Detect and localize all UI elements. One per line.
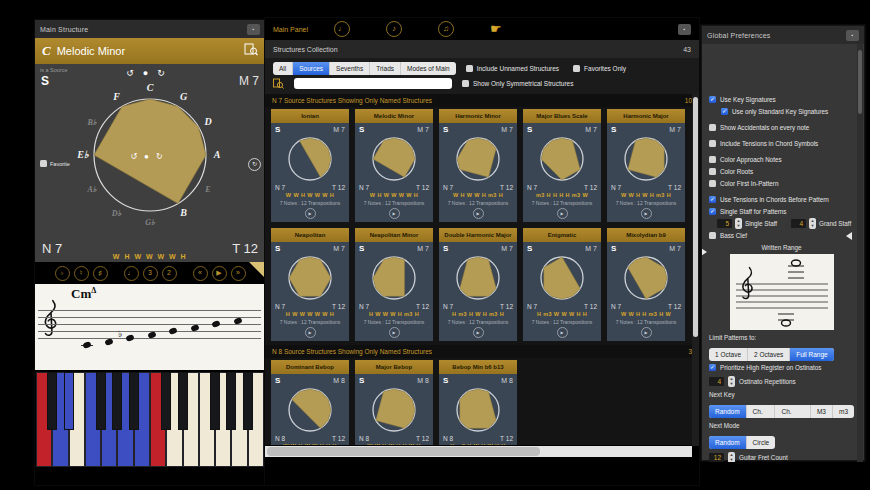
main-panel-collapse-button[interactable]: ▪	[678, 24, 691, 35]
pref-checkbox-11-box[interactable]: ✓	[709, 196, 716, 203]
filter-checkbox-1-box[interactable]	[573, 65, 580, 72]
limit-patterns-option-2-octaves[interactable]: 2 Octaves	[748, 348, 790, 361]
play-icon[interactable]: ▶	[212, 266, 227, 281]
piano-key-black-1[interactable]	[64, 372, 74, 430]
filter-checkbox-0-box[interactable]	[466, 65, 473, 72]
range-pointer-icon[interactable]	[702, 248, 707, 256]
next-mode-option-circle[interactable]: Circle	[747, 436, 776, 449]
left-window-collapse-button[interactable]: ▪	[247, 24, 260, 35]
filter-segment-triads[interactable]: Triads	[370, 62, 401, 75]
natural-icon[interactable]: ♮	[74, 266, 89, 281]
note-label-F[interactable]: F	[112, 91, 120, 102]
pref-checkbox-0-box[interactable]: ✓	[709, 96, 716, 103]
pref-checkbox-0[interactable]: ✓Use Key Signatures	[709, 94, 854, 105]
piano-key-black-5[interactable]	[161, 372, 171, 430]
card-play-button[interactable]: ▶	[305, 208, 316, 219]
pref-checkbox-1[interactable]: ✓Use only Standard Key Signatures	[721, 106, 854, 117]
symmetrical-checkbox[interactable]: Show Only Symmetrical Structures	[462, 80, 573, 87]
structure-card[interactable]: IonianSM 7N 7T 12W W H W W W H7 Notes : …	[271, 109, 349, 222]
note-circle-icon-3[interactable]: ♫	[438, 21, 454, 37]
next-icon[interactable]: »	[231, 266, 246, 281]
piano-keyboard[interactable]	[36, 372, 264, 467]
duplet-icon[interactable]: 2	[162, 266, 177, 281]
piano-key-black-9[interactable]	[243, 372, 253, 430]
note-circle-icon-1[interactable]: ♩	[334, 21, 350, 37]
structure-title-bar[interactable]: C Melodic Minor	[35, 38, 265, 64]
root-dot-icon[interactable]: ●	[143, 68, 157, 78]
collapse-arrow-icon[interactable]	[846, 232, 852, 240]
root-dot-icon[interactable]: ●	[144, 152, 156, 161]
pref-stepper-20-stepper[interactable]: ▲▼	[728, 376, 735, 387]
note-label-B♭[interactable]: B♭	[86, 118, 96, 127]
flat-icon[interactable]: ♭	[55, 266, 70, 281]
structure-card[interactable]: Harmonic MajorSM 7N 7T 12W W H W H m3 H7…	[607, 109, 685, 222]
rotate-ccw-icon[interactable]: ↺	[130, 152, 144, 161]
next-mode-option-random[interactable]: Random	[709, 436, 747, 449]
pref-checkbox-8-box[interactable]	[709, 168, 716, 175]
note-value-icon[interactable]: ♩	[124, 266, 139, 281]
symmetrical-checkbox-box[interactable]	[462, 80, 469, 87]
horizontal-scrollbar[interactable]	[265, 446, 692, 457]
pref-checkbox-3[interactable]: Show Accidentals on every note	[709, 122, 854, 133]
next-key-option-ch-down[interactable]: Ch. Down	[775, 405, 810, 418]
rotate-controls[interactable]: ↺●↻	[35, 68, 265, 78]
limit-patterns-option-1-octave[interactable]: 1 Octave	[709, 348, 748, 361]
pref-stepper-25-stepper[interactable]: ▲▼	[728, 452, 735, 462]
pref-checkbox-14[interactable]: Bass Clef	[709, 230, 854, 241]
pref-checkbox-11[interactable]: ✓Use Tensions in Chords Before Pattern	[709, 194, 854, 205]
structure-card[interactable]: NeapolitanSM 7N 7T 12H W W W W W H7 Note…	[271, 228, 349, 341]
grand-staff-stepper[interactable]: ▲▼	[809, 218, 816, 229]
preferences-collapse-button[interactable]: ▪	[846, 30, 859, 41]
piano-key-black-4[interactable]	[129, 372, 139, 430]
next-key-option-random[interactable]: Random	[709, 405, 747, 418]
pref-checkbox-12-box[interactable]: ✓	[709, 208, 716, 215]
card-play-button[interactable]: ▶	[473, 208, 484, 219]
pref-checkbox-12[interactable]: ✓Single Staff for Patterns	[709, 206, 854, 217]
triplet-icon[interactable]: 3	[143, 266, 158, 281]
filter-checkbox-0[interactable]: Include Unnamed Structures	[466, 65, 559, 72]
filter-segment-modes-of-main[interactable]: Modes of Main	[401, 62, 456, 75]
piano-key-black-3[interactable]	[112, 372, 122, 430]
note-label-A♭[interactable]: A♭	[86, 185, 96, 194]
search-structure-icon[interactable]	[244, 42, 258, 60]
pref-checkbox-9-box[interactable]	[709, 180, 716, 187]
piano-key-black-0[interactable]	[47, 372, 57, 430]
structure-card[interactable]: Major Blues ScaleSM 7N 7T 12m3 H H H H m…	[523, 109, 601, 222]
note-circle-icon-2[interactable]: ♪	[386, 21, 402, 37]
note-label-E[interactable]: E	[204, 185, 210, 194]
limit-patterns-option-full-range[interactable]: Full Range	[790, 348, 833, 361]
structure-card[interactable]: Mixolydian b9SM 7N 7T 12W W H H m3 H W7 …	[607, 228, 685, 341]
structure-card[interactable]: Bebop Min b6 b13SM 8N 8T 12H m3 H W H W …	[439, 360, 517, 445]
structure-card[interactable]: Neapolitan MinorSM 7N 7T 12H W W W H m3 …	[355, 228, 433, 341]
card-play-button[interactable]: ▶	[641, 327, 652, 338]
pref-checkbox-5-box[interactable]	[709, 140, 716, 147]
card-play-button[interactable]: ▶	[557, 208, 568, 219]
next-key-option-ch-up[interactable]: Ch. Up	[747, 405, 776, 418]
note-label-D[interactable]: D	[203, 116, 211, 127]
note-label-G[interactable]: G	[180, 91, 188, 102]
card-play-button[interactable]: ▶	[641, 208, 652, 219]
rotate-cw-icon[interactable]: ↻	[156, 152, 170, 161]
piano-key-black-2[interactable]	[96, 372, 106, 430]
structure-card[interactable]: EnigmaticSM 7N 7T 12H m3 W W W H H7 Note…	[523, 228, 601, 341]
card-play-button[interactable]: ▶	[389, 208, 400, 219]
hand-icon[interactable]: ☛	[490, 22, 502, 36]
preferences-scrollbar[interactable]	[857, 44, 863, 462]
card-play-button[interactable]: ▶	[557, 327, 568, 338]
next-key-option-m3[interactable]: m3	[833, 405, 854, 418]
pref-checkbox-1-box[interactable]: ✓	[721, 108, 728, 115]
piano-key-black-7[interactable]	[210, 372, 220, 430]
sharp-icon[interactable]: ♯	[93, 266, 108, 281]
note-label-B[interactable]: B	[179, 207, 187, 218]
piano-key-black-8[interactable]	[226, 372, 236, 430]
pref-checkbox-19-box[interactable]: ✓	[709, 364, 716, 371]
filter-segment-all[interactable]: All	[273, 62, 293, 75]
pref-checkbox-3-box[interactable]	[709, 124, 716, 131]
structure-card[interactable]: Melodic MinorSM 7N 7T 12W H W W W W H7 N…	[355, 109, 433, 222]
structures-search-input[interactable]	[294, 78, 452, 89]
pref-checkbox-9[interactable]: Color First In-Pattern	[709, 178, 854, 189]
pref-checkbox-7-box[interactable]	[709, 156, 716, 163]
filter-segment-sevenths[interactable]: Sevenths	[330, 62, 370, 75]
rotate-ccw-icon[interactable]: ↺	[126, 68, 143, 78]
card-play-button[interactable]: ▶	[305, 327, 316, 338]
